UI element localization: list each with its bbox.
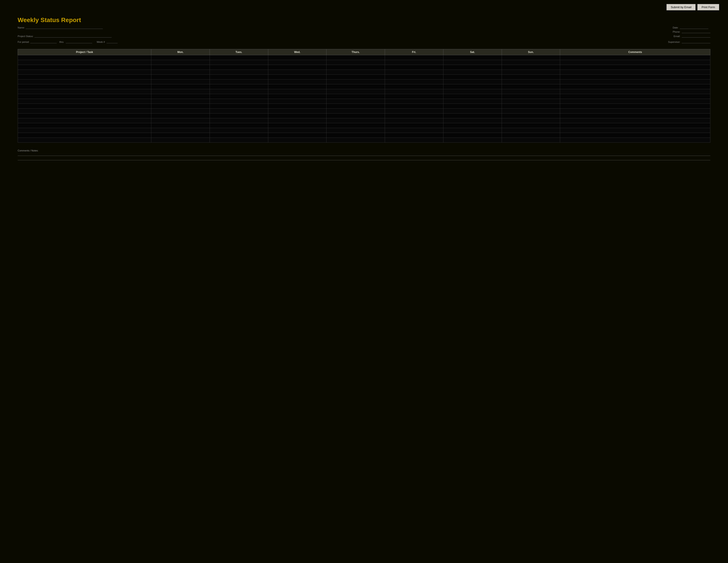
table-cell[interactable] <box>502 84 560 89</box>
table-cell[interactable] <box>385 99 443 104</box>
table-cell[interactable] <box>502 79 560 84</box>
table-cell[interactable] <box>210 113 268 118</box>
table-cell[interactable] <box>210 99 268 104</box>
project-status-input[interactable] <box>34 34 112 38</box>
table-cell[interactable] <box>268 99 326 104</box>
table-cell[interactable] <box>151 60 210 65</box>
table-cell[interactable] <box>502 99 560 104</box>
table-cell[interactable] <box>151 138 210 143</box>
table-cell[interactable] <box>560 89 710 94</box>
name-input[interactable] <box>26 26 103 29</box>
table-cell[interactable] <box>268 109 326 113</box>
table-cell[interactable] <box>18 113 151 118</box>
table-cell[interactable] <box>502 60 560 65</box>
table-cell[interactable] <box>151 84 210 89</box>
table-cell[interactable] <box>326 60 385 65</box>
table-cell[interactable] <box>210 109 268 113</box>
table-cell[interactable] <box>18 99 151 104</box>
table-cell[interactable] <box>443 79 502 84</box>
table-cell[interactable] <box>268 133 326 138</box>
table-cell[interactable] <box>560 70 710 75</box>
table-cell[interactable] <box>502 133 560 138</box>
table-cell[interactable] <box>151 70 210 75</box>
table-cell[interactable] <box>560 99 710 104</box>
table-cell[interactable] <box>210 60 268 65</box>
table-cell[interactable] <box>18 133 151 138</box>
table-cell[interactable] <box>560 55 710 60</box>
table-cell[interactable] <box>326 84 385 89</box>
table-cell[interactable] <box>443 128 502 133</box>
table-cell[interactable] <box>502 113 560 118</box>
table-cell[interactable] <box>268 55 326 60</box>
table-cell[interactable] <box>18 70 151 75</box>
table-cell[interactable] <box>326 104 385 109</box>
table-cell[interactable] <box>443 94 502 99</box>
table-cell[interactable] <box>268 84 326 89</box>
table-cell[interactable] <box>326 113 385 118</box>
comments-notes-line-2[interactable] <box>18 157 710 160</box>
table-cell[interactable] <box>268 89 326 94</box>
table-cell[interactable] <box>210 65 268 70</box>
submit-email-button[interactable]: Submit by Email <box>666 4 696 10</box>
table-cell[interactable] <box>443 118 502 123</box>
table-cell[interactable] <box>151 79 210 84</box>
table-cell[interactable] <box>385 128 443 133</box>
table-cell[interactable] <box>385 109 443 113</box>
table-cell[interactable] <box>210 55 268 60</box>
table-cell[interactable] <box>18 123 151 128</box>
table-cell[interactable] <box>502 128 560 133</box>
table-cell[interactable] <box>560 118 710 123</box>
table-cell[interactable] <box>443 75 502 79</box>
table-cell[interactable] <box>268 65 326 70</box>
table-cell[interactable] <box>210 70 268 75</box>
table-cell[interactable] <box>560 138 710 143</box>
table-cell[interactable] <box>502 109 560 113</box>
table-cell[interactable] <box>268 79 326 84</box>
table-cell[interactable] <box>326 138 385 143</box>
table-cell[interactable] <box>385 70 443 75</box>
table-cell[interactable] <box>443 55 502 60</box>
table-cell[interactable] <box>385 138 443 143</box>
table-cell[interactable] <box>210 79 268 84</box>
table-cell[interactable] <box>443 133 502 138</box>
table-cell[interactable] <box>151 109 210 113</box>
table-cell[interactable] <box>326 89 385 94</box>
table-cell[interactable] <box>502 89 560 94</box>
table-cell[interactable] <box>151 89 210 94</box>
table-cell[interactable] <box>560 133 710 138</box>
table-cell[interactable] <box>443 70 502 75</box>
period-end-input[interactable] <box>66 40 92 43</box>
table-cell[interactable] <box>210 123 268 128</box>
table-cell[interactable] <box>210 94 268 99</box>
table-cell[interactable] <box>268 138 326 143</box>
table-cell[interactable] <box>443 138 502 143</box>
table-cell[interactable] <box>385 65 443 70</box>
table-cell[interactable] <box>385 104 443 109</box>
table-cell[interactable] <box>18 60 151 65</box>
table-cell[interactable] <box>18 109 151 113</box>
table-cell[interactable] <box>18 128 151 133</box>
table-cell[interactable] <box>268 104 326 109</box>
table-cell[interactable] <box>210 128 268 133</box>
table-cell[interactable] <box>502 123 560 128</box>
table-cell[interactable] <box>326 65 385 70</box>
table-cell[interactable] <box>326 79 385 84</box>
table-cell[interactable] <box>560 104 710 109</box>
period-start-input[interactable] <box>30 40 57 43</box>
table-cell[interactable] <box>385 55 443 60</box>
table-cell[interactable] <box>210 75 268 79</box>
table-cell[interactable] <box>385 94 443 99</box>
comments-notes-line-1[interactable] <box>18 153 710 156</box>
table-cell[interactable] <box>385 60 443 65</box>
table-cell[interactable] <box>268 123 326 128</box>
table-cell[interactable] <box>560 123 710 128</box>
table-cell[interactable] <box>18 65 151 70</box>
table-cell[interactable] <box>151 133 210 138</box>
table-cell[interactable] <box>560 60 710 65</box>
email-input[interactable] <box>682 34 710 38</box>
table-cell[interactable] <box>560 109 710 113</box>
table-cell[interactable] <box>560 128 710 133</box>
table-cell[interactable] <box>151 118 210 123</box>
table-cell[interactable] <box>151 128 210 133</box>
table-cell[interactable] <box>268 94 326 99</box>
